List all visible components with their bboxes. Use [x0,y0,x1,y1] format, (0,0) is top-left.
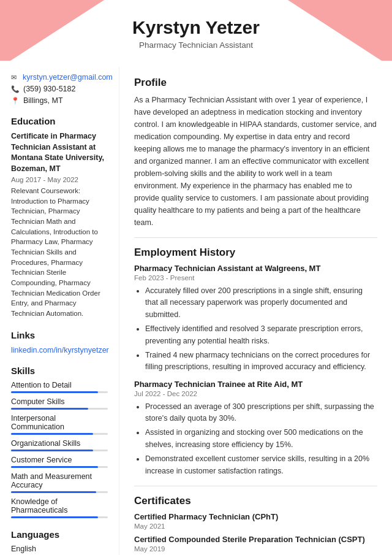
skill-item: Customer Service [11,456,108,468]
job-bullets: Accurately filled over 200 prescriptions… [134,285,377,373]
links-title: Links [11,330,108,340]
divider-1 [134,237,377,238]
skill-label: Knowledge of Pharmaceuticals [11,497,108,515]
profile-title: Profile [134,77,377,89]
skills-list: Attention to Detail Computer Skills Inte… [11,381,108,518]
edu-degree: Certificate in Pharmacy Technician Assis… [11,131,108,174]
job-date: Feb 2023 - Present [134,274,377,281]
skill-bar-fill [11,408,88,410]
languages-list: English [11,545,108,555]
skill-item: Math and Measurement Accuracy [11,472,108,493]
candidate-title: Pharmacy Technician Assistant [0,40,392,50]
cert-date: May 2021 [134,522,377,530]
main-layout: ✉ kyrstyn.yetzer@gmail.com 📞 (359) 930-5… [0,61,392,555]
employment-title: Employment History [134,247,377,259]
email-contact: ✉ kyrstyn.yetzer@gmail.com [11,73,108,82]
education-title: Education [11,116,108,126]
resume-header: Kyrstyn Yetzer Pharmacy Technician Assis… [0,0,392,61]
skill-item: Attention to Detail [11,381,108,393]
skill-item: Computer Skills [11,397,108,410]
location-icon: 📍 [11,97,20,105]
linkedin-link[interactable]: linkedin.com/in/kyrstynyetzer [11,346,109,354]
divider-2 [134,486,377,486]
main-content: Profile As a Pharmacy Technician Assista… [119,67,392,555]
job-bullet: Assisted in organizing and stocking over… [145,427,377,451]
skills-title: Skills [11,366,108,376]
skill-bar-fill [11,450,93,451]
job-entry: Pharmacy Technician Trainee at Rite Aid,… [134,380,377,477]
skill-bar-bg [11,491,108,493]
skill-label: Interpersonal Communication [11,414,108,431]
skill-bar-fill [11,391,98,393]
job-bullet: Demonstrated excellent customer service … [145,453,377,477]
skill-item: Knowledge of Pharmaceuticals [11,497,108,518]
phone-contact: 📞 (359) 930-5182 [11,85,108,93]
skills-section: Skills Attention to Detail Computer Skil… [11,366,108,518]
linkedin-item: linkedin.com/in/kyrstynyetzer [11,345,108,354]
contact-section: ✉ kyrstyn.yetzer@gmail.com 📞 (359) 930-5… [11,73,108,105]
job-bullet: Processed an average of 300 prescription… [145,401,377,425]
skill-bar-fill [11,433,93,435]
certificates-list: Certified Pharmacy Technician (CPhT) May… [134,512,377,553]
skill-bar-fill [11,466,98,468]
cert-date: May 2019 [134,545,377,553]
skill-label: Computer Skills [11,397,108,406]
links-section: Links linkedin.com/in/kyrstynyetzer [11,330,108,354]
skill-bar-bg [11,408,108,410]
language-item: English [11,545,108,555]
skill-bar-bg [11,466,108,468]
skill-bar-bg [11,516,108,518]
job-title: Pharmacy Technician Assistant at Walgree… [134,264,377,273]
job-bullet: Accurately filled over 200 prescriptions… [145,285,377,321]
skill-bar-fill [11,516,98,518]
certificate-entry: Certified Pharmacy Technician (CPhT) May… [134,512,377,530]
cert-name: Certified Compounded Sterile Preparation… [134,535,377,544]
email-icon: ✉ [11,74,19,82]
certificates-title: Certificates [134,495,377,507]
sidebar: ✉ kyrstyn.yetzer@gmail.com 📞 (359) 930-5… [0,67,119,555]
job-bullet: Trained 4 new pharmacy technicians on th… [145,350,377,373]
coursework-label: Relevant Coursework: [11,187,80,194]
skill-label: Organizational Skills [11,439,108,448]
location-text: Billings, MT [23,96,63,105]
skill-item: Interpersonal Communication [11,414,108,435]
job-date: Jul 2022 - Dec 2022 [134,390,377,397]
skill-item: Organizational Skills [11,439,108,451]
edu-coursework: Relevant Coursework: Introduction to Pha… [11,186,108,319]
skill-bar-bg [11,391,108,393]
candidate-name: Kyrstyn Yetzer [0,17,392,38]
phone-number: (359) 930-5182 [23,85,75,93]
languages-title: Languages [11,529,108,540]
job-bullets: Processed an average of 300 prescription… [134,401,377,477]
skill-bar-bg [11,433,108,435]
skill-bar-bg [11,450,108,451]
skill-label: Customer Service [11,456,108,464]
job-entry: Pharmacy Technician Assistant at Walgree… [134,264,377,373]
certificate-entry: Certified Compounded Sterile Preparation… [134,535,377,553]
coursework-text: Introduction to Pharmacy Technician, Pha… [11,197,100,317]
location-contact: 📍 Billings, MT [11,96,108,105]
employment-list: Pharmacy Technician Assistant at Walgree… [134,264,377,477]
skill-bar-fill [11,491,96,493]
skill-label: Math and Measurement Accuracy [11,472,108,489]
phone-icon: 📞 [11,85,20,93]
education-section: Education Certificate in Pharmacy Techni… [11,116,108,319]
cert-name: Certified Pharmacy Technician (CPhT) [134,512,377,521]
languages-section: Languages English [11,529,108,555]
job-bullet: Effectively identified and resolved 3 se… [145,323,377,347]
skill-label: Attention to Detail [11,381,108,389]
profile-text: As a Pharmacy Technician Assistant with … [134,94,377,229]
email-link[interactable]: kyrstyn.yetzer@gmail.com [23,73,113,82]
language-label: English [11,545,36,553]
job-title: Pharmacy Technician Trainee at Rite Aid,… [134,380,377,389]
edu-dates: Aug 2017 - May 2022 [11,176,108,183]
